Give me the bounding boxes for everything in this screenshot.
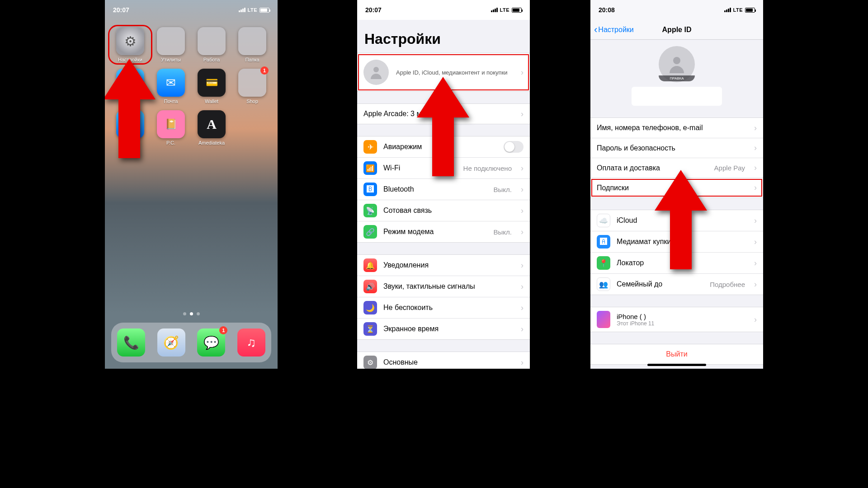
app-label: P.C.: [166, 140, 175, 145]
status-right: LTE: [491, 7, 522, 13]
promo-group: Apple Arcade: 3 м бесплатно ›: [357, 103, 530, 124]
chevron-icon: ›: [521, 185, 524, 194]
promo-row[interactable]: Apple Arcade: 3 м бесплатно ›: [357, 104, 530, 124]
chevron-icon: ›: [521, 227, 524, 237]
row-label: Подписки: [597, 184, 745, 192]
avatar-icon[interactable]: ПРАВКА: [659, 46, 695, 82]
folder-icon: [238, 27, 266, 55]
settings-row-iCloud[interactable]: ☁️iCloud›: [590, 210, 763, 231]
loc-icon: 📍: [597, 256, 610, 270]
row-label: Не беспокоить: [383, 304, 512, 312]
settings-row-Семейный до[interactable]: 👥Семейный доПодробнее›: [590, 273, 763, 295]
badge: 1: [219, 326, 227, 334]
device-sub: Этот iPhone 11: [617, 320, 745, 327]
app-Shop[interactable]: 1Shop: [232, 69, 272, 104]
amed-icon: A: [198, 110, 226, 138]
devices-group: iPhone ( ) Этот iPhone 11 ›: [590, 307, 763, 332]
chevron-icon: ›: [754, 258, 757, 268]
row-label: Звуки, тактильные сигналы: [383, 282, 512, 291]
settings-row-Wi-Fi[interactable]: 📶Wi-FiНе подключено›: [357, 157, 530, 178]
dock-messages[interactable]: 💬1: [197, 328, 225, 357]
avatar-icon: [363, 60, 389, 85]
settings-row-Звуки, тактильные сигналы[interactable]: 🔊Звуки, тактильные сигналы›: [357, 276, 530, 297]
app-Amediateka[interactable]: AAmediateka: [192, 110, 231, 145]
nav-bar: ‹Настройки Apple ID: [590, 20, 763, 40]
blue-icon: [116, 69, 144, 97]
settings-row-Подписки[interactable]: Подписки›: [590, 178, 763, 197]
row-label: Bluetooth: [383, 185, 487, 193]
chevron-icon: ›: [754, 315, 757, 324]
row-label: Пароль и безопасность: [597, 144, 745, 152]
device-row[interactable]: iPhone ( ) Этот iPhone 11 ›: [590, 307, 763, 332]
settings-row-Оплата и доставка[interactable]: Оплата и доставкаApple Pay›: [590, 158, 763, 178]
gear-icon: ⚙: [363, 356, 377, 369]
app-Настройки[interactable]: ⚙Настройки: [110, 27, 150, 62]
chevron-icon: ›: [521, 282, 524, 291]
app-label: Настройки: [118, 57, 142, 62]
profile-row[interactable]: Apple ID, iCloud, медиаконтент и покупки…: [357, 53, 530, 92]
astore-icon: 🅰: [597, 235, 610, 249]
settings-row-Локатор[interactable]: 📍Локатор›: [590, 252, 763, 273]
row-value: Выкл.: [494, 228, 512, 236]
row-label: Медиамат купки: [617, 238, 745, 246]
settings-row-Уведомления[interactable]: 🔔Уведомления›: [357, 255, 530, 276]
status-right: LTE: [239, 7, 269, 13]
page-dots[interactable]: [105, 312, 278, 315]
wifi-icon: 📶: [363, 161, 377, 175]
row-label: Семейный до: [617, 280, 703, 288]
row-label: Сотовая связь: [383, 206, 512, 215]
back-button[interactable]: ‹Настройки: [594, 25, 634, 35]
settings-row-Bluetooth[interactable]: 🅱BluetoothВыкл.›: [357, 178, 530, 200]
app-Папка[interactable]: Папка: [232, 27, 272, 62]
settings-row-Медиамат                купки[interactable]: 🅰Медиамат купки›: [590, 231, 763, 252]
chevron-icon: ›: [521, 324, 524, 334]
app-blue[interactable]: [110, 110, 150, 145]
network-label: LTE: [500, 7, 509, 13]
signout-group: Выйти: [590, 344, 763, 365]
row-label: Wi-Fi: [383, 164, 457, 172]
services-group: ☁️iCloud›🅰Медиамат купки›📍Локатор›👥Семей…: [590, 210, 763, 295]
settings-title: Настройки: [357, 20, 530, 53]
settings-row-Не беспокоить[interactable]: 🌙Не беспокоить›: [357, 297, 530, 318]
account-group: Имя, номера телефонов, e-mail›Пароль и б…: [590, 117, 763, 198]
folder-icon: [157, 27, 185, 55]
app-Утилиты[interactable]: Утилиты: [151, 27, 191, 62]
network-label: LTE: [248, 7, 257, 13]
settings-row-Режим модема[interactable]: 🔗Режим модемаВыкл.›: [357, 221, 530, 242]
settings-icon: ⚙: [116, 27, 144, 55]
app-blue[interactable]: [110, 69, 150, 104]
profile-subtitle: Apple ID, iCloud, медиаконтент и покупки: [396, 69, 511, 76]
row-label: Режим модема: [383, 228, 487, 236]
row-label: Имя, номера телефонов, e-mail: [597, 124, 745, 132]
settings-row-Сотовая связь[interactable]: 📡Сотовая связь›: [357, 200, 530, 221]
settings-scroll[interactable]: Настройки Apple ID, iCloud, медиаконтент…: [357, 20, 530, 369]
row-value: Apple Pay: [714, 164, 745, 172]
device-icon: [597, 311, 610, 328]
settings-row-Основные[interactable]: ⚙Основные›: [357, 352, 530, 369]
settings-row-Экранное время[interactable]: ⏳Экранное время›: [357, 318, 530, 339]
cell-icon: 📡: [363, 204, 377, 217]
row-label: Уведомления: [383, 261, 512, 269]
signout-button[interactable]: Выйти: [590, 344, 763, 364]
settings-row-Авиарежим[interactable]: ✈Авиарежим: [357, 136, 530, 157]
app-Работа[interactable]: Работа: [192, 27, 231, 62]
mail-icon: ✉: [157, 69, 185, 97]
app-P.C.[interactable]: 📔P.C.: [151, 110, 191, 145]
name-placeholder: [632, 87, 722, 106]
dock-phone[interactable]: 📞: [117, 328, 145, 357]
moon-icon: 🌙: [363, 301, 377, 314]
home-indicator[interactable]: [647, 364, 706, 366]
app-Почта[interactable]: ✉Почта: [151, 69, 191, 104]
snd-icon: 🔊: [363, 280, 377, 293]
row-value: Не подключено: [463, 164, 512, 172]
toggle[interactable]: [504, 141, 524, 153]
dock-music[interactable]: ♫: [237, 328, 265, 357]
settings-row-Имя, номера телефонов, e-mail[interactable]: Имя, номера телефонов, e-mail›: [590, 118, 763, 138]
app-Wallet[interactable]: 💳Wallet: [192, 69, 231, 104]
settings-row-Пароль и безопасность[interactable]: Пароль и безопасность›: [590, 138, 763, 158]
chevron-icon: ›: [521, 109, 524, 119]
bell-icon: 🔔: [363, 258, 377, 272]
app-label: Почта: [164, 99, 178, 104]
dock-safari[interactable]: 🧭: [157, 328, 185, 357]
fam-icon: 👥: [597, 277, 610, 291]
